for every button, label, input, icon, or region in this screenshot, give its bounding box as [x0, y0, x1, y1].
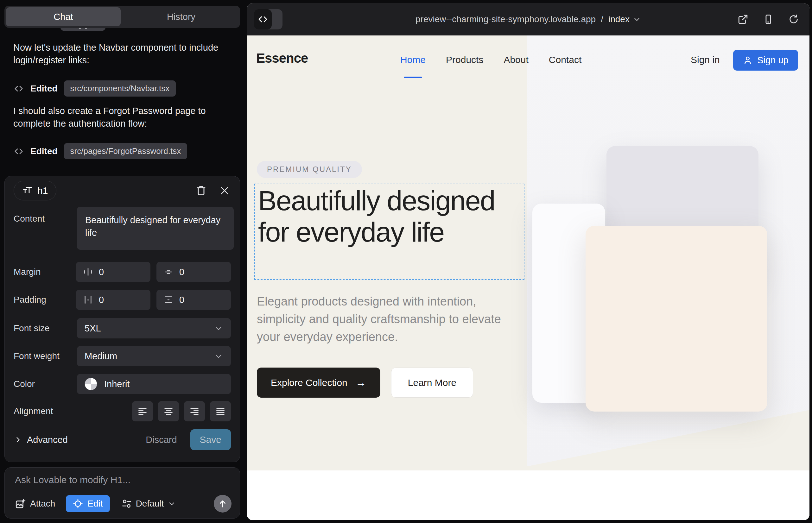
- margin-y-input[interactable]: 0: [156, 262, 231, 282]
- nav-link-products[interactable]: Products: [446, 54, 483, 65]
- edit-mode-button[interactable]: Edit: [66, 495, 110, 512]
- prompt-input[interactable]: [15, 474, 224, 490]
- color-value: Inherit: [104, 379, 130, 390]
- nav-link-about[interactable]: About: [504, 54, 528, 65]
- margin-x-value: 0: [99, 267, 104, 277]
- hero-subtext: Elegant products designed with intention…: [257, 292, 507, 346]
- edit-label: Edit: [87, 499, 103, 509]
- chat-history-tabs: Chat History: [4, 6, 240, 28]
- learn-more-label: Learn More: [408, 377, 456, 388]
- align-right-button[interactable]: [184, 401, 205, 421]
- open-in-new-tab-button[interactable]: [737, 13, 749, 26]
- delete-element-button[interactable]: [195, 184, 208, 197]
- sign-up-button[interactable]: Sign up: [733, 50, 798, 71]
- edited-file-row: Edited src/pages/ForgotPassword.tsx: [13, 143, 187, 159]
- mobile-view-button[interactable]: [762, 13, 775, 26]
- save-button[interactable]: Save: [190, 429, 231, 450]
- selected-element-pill[interactable]: h1: [14, 181, 56, 200]
- site-logo[interactable]: Essence: [256, 51, 308, 66]
- element-editor-panel: h1 Content Margin 0: [4, 176, 240, 462]
- image-plus-icon: [15, 498, 26, 509]
- decorative-card-cream: [586, 226, 767, 412]
- alignment-label: Alignment: [14, 406, 77, 416]
- close-icon: [219, 185, 230, 196]
- chat-message: I should also create a Forgot Password p…: [13, 105, 232, 130]
- padding-horizontal-icon: [83, 295, 93, 305]
- attach-button[interactable]: Attach: [15, 498, 55, 509]
- align-left-icon: [137, 406, 148, 417]
- chevron-down-icon: [214, 324, 223, 333]
- tab-history[interactable]: History: [124, 7, 239, 26]
- sign-in-link[interactable]: Sign in: [691, 54, 720, 65]
- element-tag-label: h1: [37, 185, 48, 196]
- content-input[interactable]: [77, 207, 234, 250]
- discard-button[interactable]: Discard: [146, 435, 177, 445]
- site-canvas: Essence Home Products About Contact Sign…: [247, 35, 810, 520]
- preview-browser-bar: preview--charming-site-symphony.lovable.…: [247, 3, 810, 35]
- margin-horizontal-icon: [83, 267, 93, 277]
- attach-label: Attach: [30, 499, 55, 509]
- arrow-up-icon: [218, 499, 227, 508]
- explore-collection-label: Explore Collection: [271, 377, 348, 388]
- content-label: Content: [14, 214, 45, 224]
- font-weight-value: Medium: [85, 351, 117, 362]
- refresh-button[interactable]: [787, 13, 800, 26]
- mobile-icon: [763, 14, 774, 25]
- advanced-toggle[interactable]: Advanced: [14, 435, 68, 445]
- send-button[interactable]: [214, 495, 231, 512]
- margin-x-input[interactable]: 0: [76, 262, 151, 282]
- align-justify-icon: [215, 406, 226, 417]
- align-right-icon: [189, 406, 200, 417]
- mode-select[interactable]: Default: [121, 498, 176, 509]
- learn-more-button[interactable]: Learn More: [391, 367, 473, 398]
- next-section-band: [247, 470, 810, 520]
- tab-chat[interactable]: Chat: [6, 7, 121, 26]
- chevron-right-icon: [14, 435, 22, 444]
- edited-label: Edited: [30, 146, 58, 157]
- chevron-down-icon: [167, 500, 176, 508]
- edited-file-row: Edited src/components/Navbar.tsx: [13, 80, 176, 96]
- margin-vertical-icon: [163, 267, 174, 277]
- font-weight-label: Font weight: [14, 351, 77, 361]
- align-justify-button[interactable]: [210, 401, 231, 421]
- chevron-down-icon: [633, 15, 641, 23]
- typography-icon: [22, 185, 33, 196]
- user-icon: [743, 55, 753, 65]
- code-preview-toggle[interactable]: [254, 9, 282, 30]
- code-icon: [13, 146, 24, 157]
- font-weight-select[interactable]: Medium: [77, 346, 231, 366]
- mode-label: Default: [136, 499, 164, 509]
- nav-link-home[interactable]: Home: [400, 54, 426, 65]
- sign-up-label: Sign up: [757, 55, 788, 66]
- align-left-button[interactable]: [132, 401, 153, 421]
- font-size-select[interactable]: 5XL: [77, 318, 231, 339]
- color-select[interactable]: Inherit: [77, 374, 231, 394]
- advanced-label: Advanced: [27, 435, 68, 445]
- url-separator: /: [599, 14, 605, 24]
- color-label: Color: [14, 379, 77, 389]
- edited-file-chip[interactable]: src/pages/ForgotPassword.tsx: [64, 143, 188, 159]
- url-breadcrumb[interactable]: preview--charming-site-symphony.lovable.…: [416, 14, 641, 24]
- url-path: index: [608, 14, 630, 24]
- refresh-icon: [788, 14, 799, 25]
- font-size-label: Font size: [14, 323, 77, 333]
- url-host: preview--charming-site-symphony.lovable.…: [416, 14, 596, 24]
- code-icon: [258, 14, 268, 24]
- close-editor-button[interactable]: [218, 184, 231, 197]
- preview-panel: preview--charming-site-symphony.lovable.…: [247, 3, 810, 520]
- padding-y-value: 0: [179, 295, 184, 305]
- nav-link-contact[interactable]: Contact: [549, 54, 581, 65]
- padding-x-input[interactable]: 0: [76, 290, 151, 310]
- edited-file-chip[interactable]: src/components/Navbar.tsx: [64, 80, 176, 96]
- explore-collection-button[interactable]: Explore Collection →: [257, 367, 380, 398]
- margin-label: Margin: [14, 267, 76, 277]
- chat-message: Now let's update the Navbar component to…: [13, 41, 232, 67]
- padding-y-input[interactable]: 0: [156, 290, 231, 310]
- selected-heading-outline[interactable]: Beautifully designed for everyday life: [254, 184, 525, 280]
- padding-x-value: 0: [99, 295, 104, 305]
- padding-vertical-icon: [163, 295, 174, 305]
- trash-icon: [195, 185, 207, 196]
- align-center-button[interactable]: [158, 401, 179, 421]
- font-size-value: 5XL: [85, 323, 101, 334]
- chat-sidebar: Chat History Now let's update the Navbar…: [4, 0, 240, 523]
